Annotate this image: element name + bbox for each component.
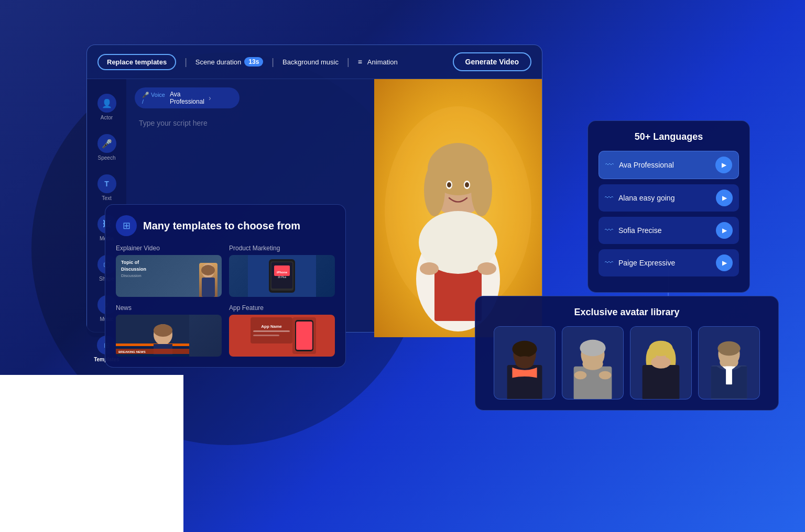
sidebar-item-text[interactable]: T Text: [92, 170, 122, 205]
app-svg: App Name: [245, 315, 319, 357]
templates-header-icon: ⊞: [116, 215, 137, 236]
wave-icon-sofia: 〰: [605, 226, 613, 235]
actor-label: Actor: [101, 115, 113, 120]
voice-item-ava[interactable]: 〰 Ava Professional ▶: [599, 151, 739, 179]
background-music-item[interactable]: Background music: [282, 58, 339, 66]
template-product[interactable]: Product Marketing iPhone 16 Plus: [229, 245, 335, 297]
play-ava-button[interactable]: ▶: [715, 157, 732, 173]
speech-icon: 🎤: [97, 134, 116, 153]
svg-point-29: [154, 324, 172, 337]
product-label: Product Marketing: [229, 245, 335, 252]
avatar-library-panel: Exclusive avatar library: [475, 296, 779, 411]
chevron-right-icon: ›: [209, 94, 232, 102]
app-label: App Feature: [229, 304, 335, 312]
svg-rect-36: [253, 330, 290, 332]
animation-icon: ≡: [358, 58, 362, 66]
script-input[interactable]: Type your script here: [135, 115, 366, 131]
voice-selector[interactable]: 🎤 Voice / Ava Professional ›: [135, 87, 240, 108]
svg-point-50: [582, 358, 603, 370]
explainer-label: Explainer Video: [116, 245, 222, 252]
play-paige-button[interactable]: ▶: [716, 254, 733, 271]
template-app[interactable]: App Feature App Name: [229, 304, 335, 357]
svg-point-9: [447, 182, 451, 187]
avatar-card-2[interactable]: [562, 326, 624, 400]
svg-point-43: [512, 341, 537, 357]
voice-item-sofia[interactable]: 〰 Sofia Precise ▶: [599, 217, 739, 244]
news-label: News: [116, 304, 222, 312]
wave-icon-paige: 〰: [605, 258, 613, 268]
divider3: |: [347, 57, 350, 68]
app-thumb: App Name: [229, 315, 335, 357]
voice-item-paige[interactable]: 〰 Paige Expressive ▶: [599, 249, 739, 276]
speech-label: Speech: [98, 155, 116, 161]
background-white: [0, 375, 183, 532]
explainer-avatar: [199, 263, 217, 297]
product-svg: iPhone 16 Plus: [248, 255, 316, 297]
svg-point-52: [599, 371, 612, 380]
generate-video-button[interactable]: Generate Video: [453, 52, 531, 71]
svg-point-13: [420, 262, 439, 275]
divider1: |: [184, 57, 187, 68]
svg-rect-37: [253, 335, 279, 336]
background-music-label: Background music: [282, 58, 339, 66]
text-label: Text: [102, 195, 111, 201]
duration-badge[interactable]: 13s: [244, 57, 263, 66]
wave-icon-alana: 〰: [605, 193, 613, 203]
svg-point-51: [574, 371, 587, 380]
toolbar: Replace templates | Scene duration 13s |…: [87, 45, 542, 79]
replace-templates-button[interactable]: Replace templates: [97, 54, 176, 70]
voice-name-ava: Ava Professional: [619, 161, 710, 169]
svg-text:16 Plus: 16 Plus: [278, 275, 287, 279]
play-sofia-button[interactable]: ▶: [716, 222, 733, 239]
svg-point-14: [477, 262, 496, 275]
text-icon: T: [97, 174, 116, 193]
voice-name: Ava Professional: [170, 91, 204, 105]
avatar-1-svg: [494, 326, 555, 399]
wave-icon-ava: 〰: [605, 160, 614, 170]
avatar-2-svg: [562, 326, 623, 399]
template-explainer[interactable]: Explainer Video Topic ofDiscussionDiscus…: [116, 245, 222, 297]
templates-grid: Explainer Video Topic ofDiscussionDiscus…: [116, 245, 335, 357]
voice-item-alana[interactable]: 〰 Alana easy going ▶: [599, 184, 739, 212]
voice-name-paige: Paige Expressive: [618, 259, 711, 267]
voice-name-alana: Alana easy going: [618, 194, 711, 202]
play-alana-button[interactable]: ▶: [716, 190, 733, 206]
product-thumb: iPhone 16 Plus: [229, 255, 335, 297]
svg-rect-65: [726, 367, 732, 384]
svg-point-48: [580, 340, 605, 356]
avatar-3-svg: [630, 326, 691, 399]
svg-text:BREAKING NEWS: BREAKING NEWS: [118, 350, 146, 353]
sidebar-item-actor[interactable]: 👤 Actor: [92, 90, 122, 125]
svg-rect-17: [202, 278, 215, 297]
script-placeholder: Type your script here: [139, 119, 208, 127]
avatar-card-3[interactable]: [630, 326, 692, 400]
avatar-card-4[interactable]: [698, 326, 760, 400]
actor-icon: 👤: [97, 94, 116, 113]
sidebar-item-speech[interactable]: 🎤 Speech: [92, 130, 122, 165]
news-svg: BREAKING NEWS: [116, 315, 189, 357]
explainer-thumb: Topic ofDiscussionDiscussion: [116, 255, 222, 297]
templates-header: ⊞ Many templates to choose from: [116, 215, 335, 236]
avatar-4-svg: [699, 326, 759, 399]
avatar-card-1[interactable]: [494, 326, 556, 400]
svg-rect-27: [116, 343, 189, 346]
animation-label: Animation: [367, 58, 398, 66]
svg-text:App Name: App Name: [261, 324, 282, 329]
svg-point-59: [651, 356, 670, 369]
news-thumb: BREAKING NEWS: [116, 315, 222, 357]
avatars-row: [488, 326, 766, 400]
scene-duration-label: Scene duration: [195, 58, 241, 66]
voice-name-sofia: Sofia Precise: [618, 226, 711, 235]
templates-panel: ⊞ Many templates to choose from Explaine…: [105, 204, 346, 368]
animation-item[interactable]: ≡ Animation: [358, 58, 398, 66]
voice-prefix: 🎤 Voice /: [142, 92, 166, 105]
svg-point-62: [717, 341, 740, 356]
languages-title: 50+ Languages: [599, 131, 739, 142]
templates-title: Many templates to choose from: [143, 220, 300, 232]
svg-text:iPhone: iPhone: [277, 271, 288, 274]
svg-point-45: [515, 356, 534, 369]
svg-point-5: [424, 164, 445, 216]
svg-point-16: [201, 265, 215, 275]
svg-rect-58: [643, 365, 680, 399]
template-news[interactable]: News: [116, 304, 222, 357]
